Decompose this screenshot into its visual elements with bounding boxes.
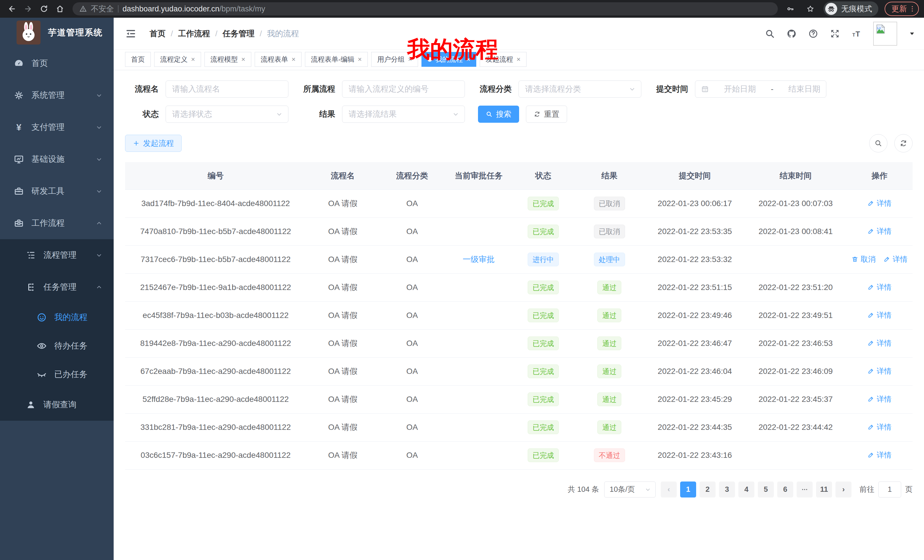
result-select[interactable]: 请选择流结果 xyxy=(342,106,465,123)
sidebar-item-home[interactable]: 首页 xyxy=(0,47,114,79)
browser-reload-icon[interactable] xyxy=(37,2,51,16)
parent-process-input-field[interactable] xyxy=(349,84,458,94)
action-detail-link[interactable]: 详情 xyxy=(867,394,891,404)
tab-process-definition[interactable]: 流程定义× xyxy=(154,52,201,67)
browser-update-button[interactable]: 更新 xyxy=(885,2,919,16)
tab-label: 流程表单-编辑 xyxy=(311,55,354,64)
browser-forward-icon[interactable] xyxy=(21,2,35,16)
sidebar-item-my-process[interactable]: 我的流程 xyxy=(0,303,114,332)
action-detail-link[interactable]: 详情 xyxy=(867,338,891,348)
sidebar-item-pay-mgmt[interactable]: ¥支付管理 xyxy=(0,111,114,143)
address-bar[interactable]: 不安全 dashboard.yudao.iocoder.cn/bpm/task/… xyxy=(72,2,778,15)
tab-process-form-edit[interactable]: 流程表单-编辑× xyxy=(305,52,368,67)
app-logo[interactable]: 芋道管理系统 xyxy=(0,18,114,47)
action-label: 详情 xyxy=(877,310,891,320)
breadcrumb-item[interactable]: 任务管理 xyxy=(223,28,255,39)
current-task-link[interactable]: 一级审批 xyxy=(463,255,495,264)
browser-home-icon[interactable] xyxy=(53,2,67,16)
process-name-input[interactable] xyxy=(166,81,288,97)
tab-process-form[interactable]: 流程表单× xyxy=(255,52,302,67)
sidebar-item-done-task[interactable]: 已办任务 xyxy=(0,360,114,389)
result-badge: 已取消 xyxy=(594,197,625,210)
goto-page-input[interactable] xyxy=(878,482,901,497)
pagination-more-icon[interactable] xyxy=(796,482,813,497)
page-size-select[interactable]: 10条/页 xyxy=(604,482,656,497)
tab-close-icon[interactable]: × xyxy=(191,56,195,63)
tab-close-icon[interactable]: × xyxy=(358,56,362,63)
pagination-next-button[interactable]: › xyxy=(836,482,852,497)
action-detail-link[interactable]: 详情 xyxy=(867,366,891,376)
cell-end_time: 2022-01-22 23:51:20 xyxy=(745,273,847,301)
sidebar-item-todo-task[interactable]: 待办任务 xyxy=(0,332,114,360)
pagination-page-11[interactable]: 11 xyxy=(816,482,832,497)
sidebar-item-workflow[interactable]: 工作流程 xyxy=(0,207,114,239)
action-detail-link[interactable]: 详情 xyxy=(867,450,891,460)
action-cancel-link[interactable]: 取消 xyxy=(852,254,876,264)
avatar-caret-down-icon[interactable] xyxy=(909,30,915,37)
sidebar-item-process-mgmt[interactable]: 流程管理 xyxy=(0,239,114,271)
font-size-icon[interactable]: TT xyxy=(852,28,862,39)
action-detail-link[interactable]: 详情 xyxy=(867,226,891,236)
toggle-search-button[interactable] xyxy=(869,134,888,153)
browser-back-icon[interactable] xyxy=(5,2,19,16)
sidebar-item-system-mgmt[interactable]: 系统管理 xyxy=(0,79,114,111)
incognito-label: 无痕模式 xyxy=(841,4,872,14)
cell-submit_time: 2022-01-22 23:46:04 xyxy=(645,357,745,385)
create-process-label: 发起流程 xyxy=(143,138,174,148)
action-detail-link[interactable]: 详情 xyxy=(867,310,891,320)
fullscreen-icon[interactable] xyxy=(830,28,840,39)
sidebar-item-label: 基础设施 xyxy=(32,154,95,165)
create-process-button[interactable]: 发起流程 xyxy=(125,135,182,152)
cell-status: 已完成 xyxy=(513,273,574,301)
bookmark-star-icon[interactable] xyxy=(804,2,817,16)
parent-process-input[interactable] xyxy=(342,81,465,97)
tab-home[interactable]: 首页 xyxy=(125,52,151,67)
action-detail-link[interactable]: 详情 xyxy=(867,422,891,432)
tab-close-icon[interactable]: × xyxy=(241,56,245,63)
breadcrumb-item[interactable]: 首页 xyxy=(150,28,166,39)
reset-button[interactable]: 重置 xyxy=(526,106,567,123)
browser-menu-dots-icon[interactable] xyxy=(909,5,916,13)
help-icon[interactable] xyxy=(808,28,818,39)
process-category-select[interactable]: 请选择流程分类 xyxy=(519,81,641,97)
column-header: 状态 xyxy=(513,162,574,190)
sidebar-item-leave-query[interactable]: 请假查询 xyxy=(0,389,114,421)
pagination-page-5[interactable]: 5 xyxy=(758,482,774,497)
action-detail-link[interactable]: 详情 xyxy=(867,198,891,208)
search-button[interactable]: 搜索 xyxy=(478,106,519,123)
filter-status: 状态请选择状态 xyxy=(125,106,288,123)
tab-close-icon[interactable]: × xyxy=(291,56,296,63)
password-key-icon[interactable] xyxy=(783,2,797,16)
refresh-table-button[interactable] xyxy=(894,134,913,153)
pagination-page-4[interactable]: 4 xyxy=(738,482,754,497)
sidebar-item-dev-tools[interactable]: 研发工具 xyxy=(0,175,114,207)
pagination-prev-button[interactable]: ‹ xyxy=(661,482,677,497)
process-name-input-field[interactable] xyxy=(172,84,282,94)
breadcrumb-item[interactable]: 工作流程 xyxy=(178,28,210,39)
action-detail-link[interactable]: 详情 xyxy=(867,282,891,292)
cell-task xyxy=(445,273,513,301)
status-select[interactable]: 请选择状态 xyxy=(166,106,288,123)
result-badge: 通过 xyxy=(597,337,621,350)
table-row: 7470a810-7b9b-11ec-b5b7-acde48001122OA 请… xyxy=(125,217,913,246)
tab-close-icon[interactable]: × xyxy=(516,56,520,63)
sidebar-collapse-icon[interactable] xyxy=(125,28,136,39)
user-avatar[interactable] xyxy=(873,22,897,46)
breadcrumb-separator: / xyxy=(260,29,262,38)
action-detail-link[interactable]: 详情 xyxy=(884,254,908,264)
sidebar-item-infrastructure[interactable]: 基础设施 xyxy=(0,143,114,175)
sidebar-item-task-mgmt[interactable]: 任务管理 xyxy=(0,271,114,303)
tab-process-model[interactable]: 流程模型× xyxy=(204,52,251,67)
submit-time-daterange[interactable]: 开始日期-结束日期 xyxy=(695,81,826,97)
pagination-page-1[interactable]: 1 xyxy=(680,482,696,497)
pagination-page-3[interactable]: 3 xyxy=(719,482,735,497)
svg-text:T: T xyxy=(852,32,855,37)
cell-category: OA xyxy=(380,301,445,329)
header-search-icon[interactable] xyxy=(765,28,775,39)
pagination-page-2[interactable]: 2 xyxy=(700,482,716,497)
github-icon[interactable] xyxy=(786,28,796,39)
tree-icon xyxy=(25,281,36,293)
table-row: ec45f38f-7b9a-11ec-b03b-acde48001122OA 请… xyxy=(125,301,913,329)
pagination-page-6[interactable]: 6 xyxy=(777,482,793,497)
cell-name: OA 请假 xyxy=(306,246,379,273)
